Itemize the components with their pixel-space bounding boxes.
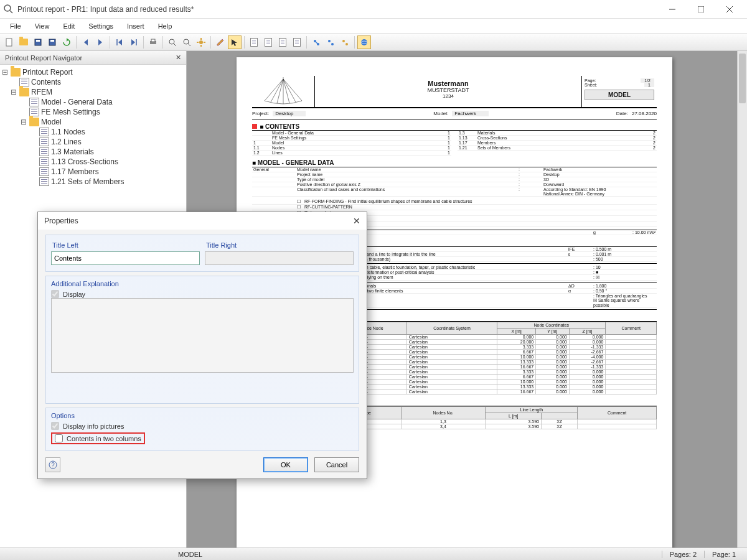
title-right-input[interactable] <box>205 251 354 265</box>
tree-nodes[interactable]: 1.1 Nodes <box>51 128 85 136</box>
doc-icon <box>39 177 49 186</box>
contents-row: 1.21Sets of Members2 <box>458 146 657 151</box>
info-pictures-checkbox[interactable] <box>51 422 59 430</box>
two-columns-checkbox[interactable] <box>55 434 63 442</box>
zoom-in-icon[interactable] <box>166 35 179 49</box>
project-value: Desktop <box>273 111 306 116</box>
status-pages: Pages: 2 <box>662 551 704 558</box>
contents-heading: CONTENTS <box>260 123 299 131</box>
gear-icon[interactable] <box>194 35 208 49</box>
doc3-icon[interactable] <box>276 35 289 49</box>
doc1-icon[interactable] <box>247 35 261 49</box>
menu-file[interactable]: File <box>4 21 27 31</box>
zoom-out-icon[interactable] <box>180 35 194 49</box>
link2-icon[interactable] <box>324 35 337 49</box>
folder-icon <box>19 88 29 96</box>
tree-sets[interactable]: 1.21 Sets of Members <box>51 177 124 186</box>
dialog-titlebar: Properties ✕ <box>38 212 367 230</box>
gravity-sym: g <box>593 230 618 235</box>
dialog-title: Properties <box>44 217 78 225</box>
next-icon[interactable] <box>93 35 107 49</box>
contents-row: 1.17Members2 <box>458 141 657 146</box>
model-value: Fachwerk <box>452 111 489 116</box>
svg-line-1 <box>10 11 12 13</box>
menu-settings[interactable]: Settings <box>82 21 120 31</box>
svg-point-29 <box>342 40 345 42</box>
select-icon[interactable] <box>228 35 242 49</box>
ok-button[interactable]: OK <box>263 457 308 472</box>
folder-icon <box>29 118 39 126</box>
navigator-title: Printout Report Navigator <box>5 54 82 62</box>
page-label: Page: <box>585 78 596 83</box>
menu-view[interactable]: View <box>29 21 56 31</box>
tree-members[interactable]: 1.17 Members <box>51 167 99 176</box>
model-label: Model: <box>433 111 448 116</box>
svg-line-26 <box>316 42 317 44</box>
status-page: Page: 1 <box>704 551 743 558</box>
mgd-option: ☐RF-FORM-FINDING - Find initial equilibr… <box>252 199 657 205</box>
refresh-icon[interactable] <box>60 35 73 49</box>
save-icon[interactable] <box>31 35 45 49</box>
tree-root[interactable]: Printout Report <box>22 68 73 77</box>
new-icon[interactable] <box>2 35 16 49</box>
globe-icon[interactable] <box>357 35 371 49</box>
svg-point-30 <box>345 43 348 45</box>
mgd-row: Type of model:3D <box>252 177 657 182</box>
maximize-button[interactable] <box>687 1 715 18</box>
contents-row: 1.2Lines1 <box>252 151 451 156</box>
company-logo <box>252 76 314 107</box>
tree-rfem[interactable]: RFEM <box>31 88 52 96</box>
prev-icon[interactable] <box>79 35 93 49</box>
last-icon[interactable] <box>127 35 141 49</box>
svg-point-0 <box>4 5 11 11</box>
panel-close-icon[interactable]: ✕ <box>176 54 181 62</box>
print-icon[interactable] <box>146 35 160 49</box>
svg-point-17 <box>184 39 189 44</box>
doc-icon <box>29 98 39 106</box>
open-icon[interactable] <box>17 35 31 49</box>
contents-row: 1Model1 <box>252 141 451 146</box>
mgd-row: Project name:Desktop <box>252 172 657 177</box>
scrollbar-thumb[interactable] <box>739 54 746 103</box>
doc2-icon[interactable] <box>261 35 275 49</box>
minimize-button[interactable] <box>659 1 686 18</box>
contents-row: Model - General Data1 <box>252 131 451 136</box>
date-label: Date: <box>616 111 628 116</box>
tree-mgd[interactable]: Model - General Data <box>41 98 113 106</box>
two-columns-highlight: Contents in two columns <box>51 432 145 444</box>
tree-contents[interactable]: Contents <box>31 78 61 86</box>
dialog-close-icon[interactable]: ✕ <box>353 216 360 226</box>
help-button[interactable]: ? <box>45 457 60 472</box>
link3-icon[interactable] <box>338 35 352 49</box>
first-icon[interactable] <box>113 35 126 49</box>
properties-dialog: Properties ✕ Title Left Title Right Addi… <box>37 212 367 479</box>
app-icon <box>4 4 14 14</box>
doc4-icon[interactable] <box>290 35 304 49</box>
close-button[interactable] <box>716 1 743 18</box>
link1-icon[interactable] <box>309 35 323 49</box>
tree-cross[interactable]: 1.13 Cross-Sections <box>51 157 118 166</box>
doc-icon <box>39 167 49 176</box>
doc-icon <box>19 78 29 86</box>
edit-icon[interactable] <box>214 35 227 49</box>
cancel-button[interactable]: Cancel <box>314 457 359 472</box>
tree-materials[interactable]: 1.3 Materials <box>51 147 94 156</box>
mgd-option: ☐RF-CUTTING-PATTERN <box>252 205 657 210</box>
title-left-input[interactable] <box>51 251 200 265</box>
sheet-value: 1 <box>644 83 654 87</box>
svg-point-19 <box>199 40 203 44</box>
menu-insert[interactable]: Insert <box>121 21 151 31</box>
menu-edit[interactable]: Edit <box>57 21 81 31</box>
tree-model[interactable]: Model <box>41 118 62 126</box>
menu-help[interactable]: Help <box>152 21 179 31</box>
tree-fe[interactable]: FE Mesh Settings <box>41 108 100 116</box>
vertical-scrollbar[interactable] <box>737 51 747 548</box>
display-label: Display <box>63 291 85 298</box>
additional-explanation-heading: Additional Explanation <box>51 280 354 287</box>
display-checkbox[interactable] <box>51 290 59 298</box>
save-as-icon[interactable] <box>45 35 59 49</box>
explanation-textarea[interactable] <box>51 298 354 373</box>
toolbar <box>0 34 747 51</box>
tree-lines[interactable]: 1.2 Lines <box>51 138 82 146</box>
mgd-row: GeneralModel name:Fachwerk <box>252 167 657 172</box>
